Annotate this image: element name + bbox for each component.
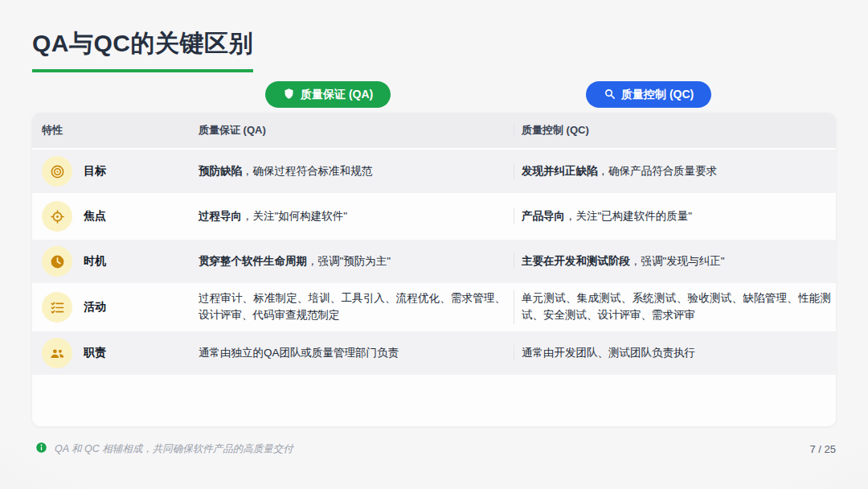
qa-badge-label: 质量保证 (QA) <box>301 88 373 102</box>
feature-label: 活动 <box>84 300 106 314</box>
info-icon <box>35 442 47 457</box>
table-row-goal: 目标 预防缺陷，确保过程符合标准和规范 发现并纠正缺陷，确保产品符合质量要求 <box>32 148 836 193</box>
qa-cell: 通常由独立的QA团队或质量管理部门负责 <box>199 345 514 362</box>
table-row-focus: 焦点 过程导向，关注"如何构建软件" 产品导向，关注"已构建软件的质量" <box>32 193 836 238</box>
qa-cell: 过程导向，关注"如何构建软件" <box>199 208 514 225</box>
qa-cell-lead: 贯穿整个软件生命周期 <box>199 255 307 267</box>
qa-cell-text: 过程审计、标准制定、培训、工具引入、流程优化、需求管理、设计评审、代码审查规范制… <box>199 292 506 321</box>
qc-cell: 产品导向，关注"已构建软件的质量" <box>514 208 836 225</box>
qa-badge: 质量保证 (QA) <box>265 81 391 108</box>
qc-cell-text: ，关注"已构建软件的质量" <box>565 210 692 222</box>
comparison-table: 特性 质量保证 (QA) 质量控制 (QC) 目标 预防缺陷，确保过程符合标准和… <box>32 113 836 426</box>
search-icon <box>604 88 616 102</box>
shield-icon <box>283 88 295 102</box>
target-icon <box>42 156 72 187</box>
header-feature: 特性 <box>32 123 199 138</box>
feature-label: 职责 <box>84 346 106 360</box>
qc-cell: 单元测试、集成测试、系统测试、验收测试、缺陷管理、性能测试、安全测试、设计评审、… <box>514 290 836 324</box>
qa-cell-text: ，确保过程符合标准和规范 <box>242 165 372 177</box>
qc-cell-text: 单元测试、集成测试、系统测试、验收测试、缺陷管理、性能测试、安全测试、设计评审、… <box>522 292 831 321</box>
qa-cell-lead: 过程导向 <box>199 210 242 222</box>
page-title: QA与QC的关键区别 <box>32 27 253 72</box>
table-bottom-spacer <box>32 375 836 426</box>
qc-cell: 通常由开发团队、测试团队负责执行 <box>514 345 836 362</box>
users-icon <box>42 338 72 368</box>
table-row-activities: 活动 过程审计、标准制定、培训、工具引入、流程优化、需求管理、设计评审、代码审查… <box>32 283 836 330</box>
table-row-responsibility: 职责 通常由独立的QA团队或质量管理部门负责 通常由开发团队、测试团队负责执行 <box>32 330 836 375</box>
clock-icon <box>42 246 72 277</box>
crosshair-icon <box>42 201 72 232</box>
feature-label: 焦点 <box>84 209 106 224</box>
qc-cell: 主要在开发和测试阶段，强调"发现与纠正" <box>514 253 836 270</box>
qa-cell: 贯穿整个软件生命周期，强调"预防为主" <box>199 253 514 270</box>
qc-cell-text: ，确保产品符合质量要求 <box>598 165 718 177</box>
qa-cell: 过程审计、标准制定、培训、工具引入、流程优化、需求管理、设计评审、代码审查规范制… <box>199 290 514 324</box>
title-block: QA与QC的关键区别 <box>32 27 253 72</box>
checklist-icon <box>42 292 72 323</box>
qc-badge: 质量控制 (QC) <box>586 81 711 108</box>
qc-cell-lead: 主要在开发和测试阶段 <box>522 255 630 267</box>
feature-label: 目标 <box>84 164 106 179</box>
page-number: 7 / 25 <box>809 443 836 455</box>
qa-cell-text: ，关注"如何构建软件" <box>242 210 347 222</box>
footer-note: QA 和 QC 相辅相成，共同确保软件产品的高质量交付 <box>55 442 802 456</box>
qa-cell-text: 通常由独立的QA团队或质量管理部门负责 <box>199 347 399 359</box>
qc-cell-text: 通常由开发团队、测试团队负责执行 <box>522 347 695 359</box>
qc-cell-text: ，强调"发现与纠正" <box>630 255 725 267</box>
header-qc: 质量控制 (QC) <box>514 123 836 138</box>
table-row-timing: 时机 贯穿整个软件生命周期，强调"预防为主" 主要在开发和测试阶段，强调"发现与… <box>32 238 836 283</box>
qa-cell-text: ，强调"预防为主" <box>307 255 391 267</box>
feature-label: 时机 <box>84 254 106 269</box>
qc-cell: 发现并纠正缺陷，确保产品符合质量要求 <box>514 163 836 180</box>
qa-cell: 预防缺陷，确保过程符合标准和规范 <box>199 163 514 180</box>
qc-badge-label: 质量控制 (QC) <box>621 88 694 102</box>
header-qa: 质量保证 (QA) <box>199 123 514 138</box>
footer: QA 和 QC 相辅相成，共同确保软件产品的高质量交付 7 / 25 <box>35 442 836 457</box>
table-header-row: 特性 质量保证 (QA) 质量控制 (QC) <box>32 113 836 148</box>
qc-cell-lead: 产品导向 <box>522 210 565 222</box>
qa-cell-lead: 预防缺陷 <box>199 165 242 177</box>
qc-cell-lead: 发现并纠正缺陷 <box>522 165 598 177</box>
